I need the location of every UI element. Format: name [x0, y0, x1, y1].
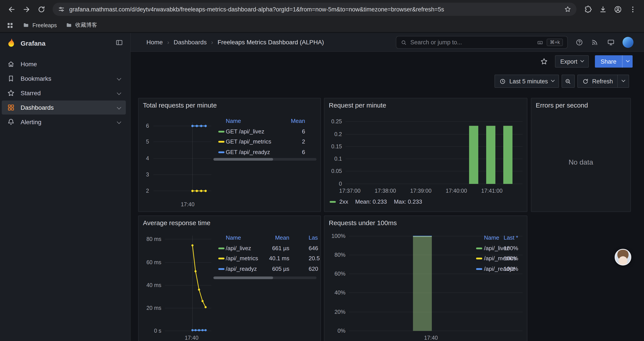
time-controls: Last 5 minutes Refresh: [494, 75, 629, 88]
apps-grid-icon[interactable]: [6, 21, 14, 29]
favorite-star-icon[interactable]: [539, 57, 549, 66]
breadcrumb: Home › Dashboards › Freeleaps Metrics Da…: [146, 33, 324, 51]
sidebar-item-dashboards[interactable]: Dashboards: [2, 101, 126, 115]
keyboard-icon: [537, 39, 543, 46]
brand-name: Grafana: [20, 39, 111, 47]
share-dropdown-button[interactable]: [622, 55, 632, 68]
y-tick-label: 0.25: [324, 118, 342, 125]
dock-menu-icon[interactable]: [115, 39, 124, 47]
folder-icon: [23, 22, 29, 29]
bookmark-folder-blogs[interactable]: 收藏博客: [66, 22, 97, 29]
legend-scrollbar-thumb[interactable]: [214, 158, 273, 161]
y-tick-label: 40 ms: [138, 282, 161, 289]
panel-average-response-time: Average response time 80 ms60 ms40 ms20 …: [138, 215, 321, 341]
share-split-button: Share: [595, 55, 632, 68]
sidebar-item-label: Alerting: [20, 119, 42, 126]
legend-header[interactable]: Last *: [479, 234, 518, 241]
search-box[interactable]: ⌘+k: [396, 36, 568, 49]
profile-icon[interactable]: [611, 2, 625, 16]
share-button[interactable]: Share: [595, 55, 622, 68]
url-bar[interactable]: [52, 3, 576, 16]
clock-icon: [499, 78, 506, 85]
legend-series-name[interactable]: GET /api/_metrics: [226, 138, 271, 145]
breadcrumb-home[interactable]: Home: [146, 39, 163, 46]
monitor-icon[interactable]: [606, 37, 616, 48]
forward-icon[interactable]: [19, 2, 33, 16]
extensions-icon[interactable]: [581, 2, 595, 16]
legend-header-name[interactable]: Name: [226, 118, 241, 125]
grafana-header: Home › Dashboards › Freeleaps Metrics Da…: [131, 33, 644, 52]
legend-value: 620: [309, 265, 318, 272]
bell-icon: [7, 118, 15, 126]
chevron-down-icon[interactable]: [117, 120, 121, 124]
site-info-icon[interactable]: [56, 4, 67, 15]
rss-icon[interactable]: [589, 37, 600, 48]
url-input[interactable]: [67, 6, 562, 13]
legend-value: 40.1 ms: [250, 255, 289, 262]
floating-avatar[interactable]: [615, 249, 631, 265]
y-tick-label: 100%: [324, 233, 346, 240]
help-icon[interactable]: [574, 37, 585, 48]
back-icon[interactable]: [4, 2, 18, 16]
legend-header[interactable]: Mean: [250, 234, 289, 241]
home-icon: [7, 60, 15, 68]
legend-series-name[interactable]: /api/_livez: [226, 245, 251, 252]
refresh-button[interactable]: Refresh: [577, 75, 618, 88]
downloads-icon[interactable]: [596, 2, 610, 16]
bookmark-folder-freeleaps[interactable]: Freeleaps: [23, 22, 57, 29]
reload-icon[interactable]: [34, 2, 48, 16]
legend-series-color: [218, 268, 224, 270]
legend-stat: Mean: 0.233: [355, 198, 387, 205]
folder-icon: [66, 22, 72, 29]
legend-scrollbar-thumb[interactable]: [214, 276, 273, 279]
menu-kebab-icon[interactable]: [626, 2, 640, 16]
zoom-out-button[interactable]: [561, 75, 574, 88]
user-avatar[interactable]: [622, 37, 634, 48]
legend-series-color: [330, 201, 336, 203]
chevron-down-icon: [580, 59, 584, 62]
sidebar-nav: Home Bookmarks Starred Dashboards Alerti…: [0, 53, 130, 129]
y-tick-label: 3: [138, 171, 149, 178]
bookmark-star-icon[interactable]: [562, 4, 573, 15]
screen: Freeleaps 收藏博客 Grafana: [0, 0, 644, 341]
share-label: Share: [600, 58, 616, 65]
legend-header[interactable]: Las: [309, 234, 318, 241]
legend-series-name[interactable]: 2xx: [339, 198, 348, 205]
browser-toolbar: [0, 0, 644, 19]
panel-request-per-minute: Request per minute 0.250.20.150.10.05017…: [324, 98, 528, 212]
sidebar-item-label: Dashboards: [20, 104, 54, 111]
search-input[interactable]: [410, 39, 534, 46]
legend-header[interactable]: Mean: [266, 118, 305, 125]
sidebar-item-home[interactable]: Home: [2, 57, 126, 71]
refresh-label: Refresh: [592, 78, 613, 85]
sidebar-item-bookmarks[interactable]: Bookmarks: [2, 72, 126, 86]
search-shortcut: ⌘+k: [547, 39, 563, 46]
sidebar-item-starred[interactable]: Starred: [2, 86, 126, 100]
x-tick-label: 17:38:00: [366, 187, 405, 194]
legend-value: 6: [266, 128, 305, 135]
sidebar-item-label: Bookmarks: [20, 75, 51, 82]
grafana-logo[interactable]: [6, 38, 16, 48]
chevron-down-icon: [626, 59, 630, 62]
time-range-picker[interactable]: Last 5 minutes: [494, 75, 559, 88]
no-data-message: No data: [531, 158, 630, 166]
y-tick-label: 60%: [324, 270, 346, 277]
request-per-minute-chart: [324, 98, 527, 212]
panel-title[interactable]: Errors per second: [536, 101, 588, 109]
legend-header-name[interactable]: Name: [226, 234, 241, 241]
time-range-label: Last 5 minutes: [510, 78, 548, 85]
legend-value: 6: [266, 149, 305, 156]
breadcrumb-dashboards[interactable]: Dashboards: [174, 39, 207, 46]
legend-series-name[interactable]: GET /api/_readyz: [226, 149, 270, 156]
export-button[interactable]: Export: [555, 55, 589, 68]
chevron-down-icon[interactable]: [117, 105, 121, 110]
chevron-down-icon[interactable]: [117, 76, 121, 81]
y-tick-label: 0.05: [324, 168, 342, 175]
bookmark-icon: [7, 75, 15, 83]
y-tick-label: 6: [138, 122, 149, 129]
refresh-interval-dropdown[interactable]: [618, 75, 629, 88]
breadcrumb-separator: ›: [211, 39, 213, 46]
legend-series-name[interactable]: GET /api/_livez: [226, 128, 264, 135]
chevron-down-icon[interactable]: [117, 91, 121, 95]
sidebar-item-alerting[interactable]: Alerting: [2, 115, 126, 129]
